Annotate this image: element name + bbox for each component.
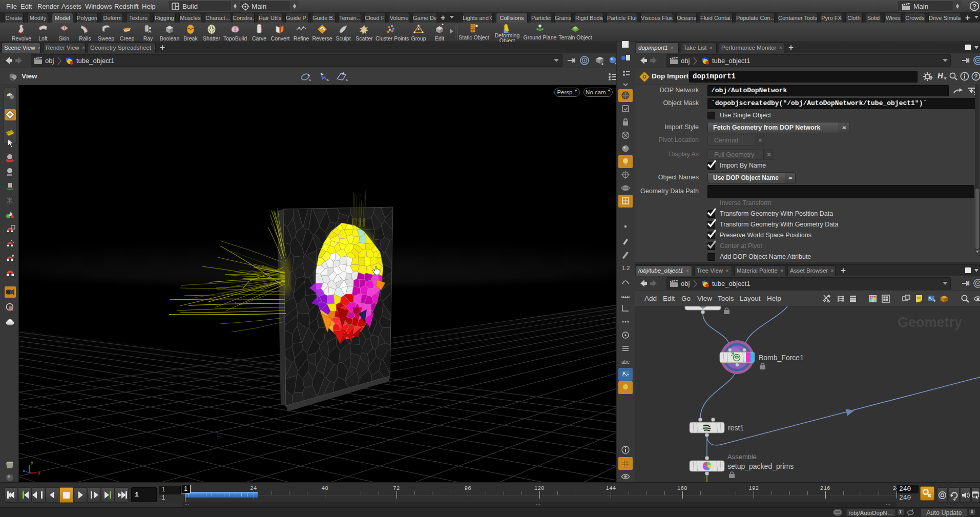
svg-text:rest1: rest1 [728, 424, 744, 432]
svg-text:?: ? [972, 3, 976, 10]
svg-text:x: x [38, 470, 40, 476]
svg-text:abc: abc [621, 359, 630, 365]
svg-text:1.2: 1.2 [622, 265, 630, 271]
svg-text:y: y [31, 460, 33, 465]
svg-text:Bomb_Force1: Bomb_Force1 [759, 354, 804, 362]
svg-text:Assemble: Assemble [727, 453, 757, 461]
svg-text:?: ? [974, 73, 977, 79]
svg-text:Geometry: Geometry [898, 315, 962, 330]
svg-text:setup_packed_prims: setup_packed_prims [727, 462, 794, 470]
